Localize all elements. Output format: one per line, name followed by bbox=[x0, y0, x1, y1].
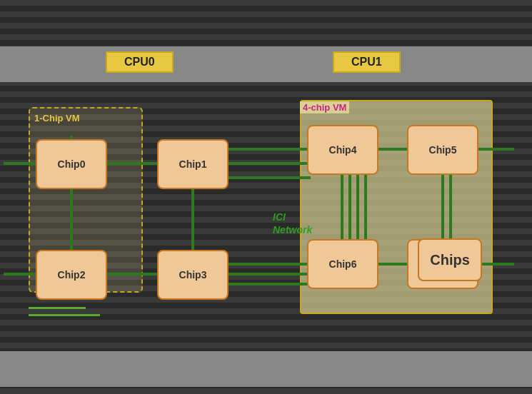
vline-chip4-chip6-3 bbox=[356, 173, 359, 242]
cpu1-label: CPU1 bbox=[333, 51, 401, 73]
chip0-label: Chip0 bbox=[58, 158, 86, 170]
vline-chip5-chip7-1 bbox=[441, 173, 444, 242]
chip1-label: Chip1 bbox=[179, 158, 207, 170]
chips-legend-title: Chips bbox=[430, 252, 470, 268]
diagram-area: 1-Chip VM 4-chip VM ICINetwork Chip0 bbox=[21, 86, 511, 351]
hline-left-chip0 bbox=[4, 162, 36, 165]
vm-4chip-label: 4-chip VM bbox=[300, 101, 349, 113]
hline-right-chip5 bbox=[478, 148, 514, 151]
chips-legend: Chips bbox=[418, 238, 489, 281]
annotation-line2 bbox=[29, 314, 100, 316]
hline-chip6-chip7 bbox=[378, 263, 411, 266]
cpu0-text: CPU0 bbox=[124, 56, 155, 68]
hline-left-chip2 bbox=[4, 273, 36, 276]
hline-chip1-chip4-top bbox=[229, 148, 311, 151]
chip3-label: Chip3 bbox=[179, 269, 207, 281]
chip2: Chip2 bbox=[36, 250, 107, 300]
vline-chip5-chip7-2 bbox=[449, 173, 452, 242]
cpu0-label: CPU0 bbox=[106, 51, 174, 73]
vm-1chip-label: 1-Chip VM bbox=[34, 113, 80, 123]
chip6-label: Chip6 bbox=[329, 258, 357, 270]
chip4-label: Chip4 bbox=[329, 144, 357, 156]
hline-chip3-chip6-bot bbox=[229, 283, 311, 286]
vline-chip4-chip6-4 bbox=[364, 173, 367, 242]
vline-chip4-chip6-2 bbox=[348, 173, 351, 242]
chip5-label: Chip5 bbox=[429, 144, 457, 156]
chip2-label: Chip2 bbox=[58, 269, 86, 281]
vline-chip1-chip3 bbox=[191, 189, 194, 253]
chip1: Chip1 bbox=[157, 139, 229, 189]
cpu-bar-bottom bbox=[0, 351, 532, 387]
cpu-bar-top bbox=[0, 46, 532, 82]
hline-chip0-chip1 bbox=[107, 162, 161, 165]
chip5: Chip5 bbox=[407, 125, 478, 175]
vline-chip4-chip6-1 bbox=[341, 173, 343, 242]
chip3: Chip3 bbox=[157, 250, 229, 300]
ici-label: ICINetwork bbox=[273, 211, 312, 236]
hline-chip3-chip6-top bbox=[229, 263, 311, 266]
chip0: Chip0 bbox=[36, 139, 107, 189]
hline-chip3-chip6-mid bbox=[229, 273, 311, 276]
chips-legend-box: Chips bbox=[418, 238, 482, 281]
cpu1-text: CPU1 bbox=[351, 56, 382, 68]
chip6: Chip6 bbox=[307, 239, 378, 289]
hline-chip1-chip4-mid bbox=[229, 162, 311, 165]
hline-chip4-chip5 bbox=[378, 148, 411, 151]
annotation-line1 bbox=[29, 307, 86, 309]
hline-chip2-chip3 bbox=[107, 273, 161, 276]
chip4: Chip4 bbox=[307, 125, 378, 175]
hline-chip1-chip4-bot bbox=[229, 176, 311, 179]
